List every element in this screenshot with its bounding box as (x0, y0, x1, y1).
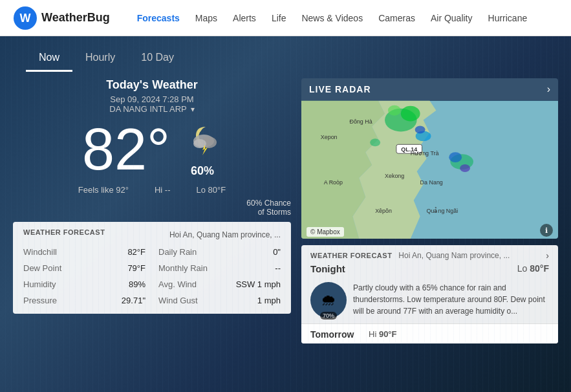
svg-text:Quảng Ngãi: Quảng Ngãi (427, 207, 458, 214)
weather-condition-icon (183, 122, 222, 164)
svg-point-24 (449, 152, 462, 162)
weather-details: Feels like 92° Hi -- Lo 80°F (13, 185, 291, 195)
logo-text: WeatherBug (41, 11, 110, 25)
radar-title: LIVE RADAR (309, 84, 371, 94)
forecast-item-windchill: Windchill 82°F (23, 245, 145, 259)
tonight-title-row: Tonight Lo 80°F (310, 263, 549, 274)
tonight-header-area: WEATHER FORECAST Hoi An, Quang Nam provi… (301, 245, 558, 274)
tonight-expand-arrow[interactable]: › (546, 250, 549, 261)
tomorrow-hi-temp: Hi 90°F (369, 329, 397, 339)
hero-section: Now Hourly 10 Day Today's Weather Sep 09… (0, 36, 571, 392)
forecast-item-wind-gust: Wind Gust 1 mph (158, 294, 281, 307)
nav-item-maps[interactable]: Maps (188, 12, 225, 24)
forecast-item-dew-point: Dew Point 79°F (23, 261, 145, 275)
forecast-panel: WEATHER FORECAST Hoi An, Quang Nam provi… (13, 222, 291, 314)
radar-header: LIVE RADAR › (301, 78, 558, 100)
tomorrow-label: Tomorrow (310, 329, 369, 340)
left-panel: Today's Weather Sep 09, 2024 7:28 PM DA … (13, 78, 291, 343)
chance-text: 60% (191, 164, 214, 178)
tonight-weather-icon: 🌧 70% (310, 282, 347, 318)
svg-text:Xekong: Xekong (385, 173, 404, 179)
forecast-item-humidity: Humidity 89% (23, 278, 145, 291)
svg-text:Xepon: Xepon (321, 134, 338, 140)
tonight-location: Hoi An, Quang Nam province, ... (398, 251, 510, 260)
svg-text:W: W (20, 12, 31, 25)
forecast-panel-location: Hoi An, Quang Nam province, ... (169, 230, 281, 239)
nav-item-hurricane[interactable]: Hurricane (480, 12, 535, 24)
nav-item-news-videos[interactable]: News & Videos (294, 12, 371, 24)
location-text: DA NANG INTL ARP (109, 104, 186, 114)
forecast-item-monthly-rain: Monthly Rain -- (158, 261, 281, 275)
mapbox-attribution: © Mapbox (307, 227, 344, 237)
nav-item-forecasts[interactable]: Forecasts (129, 12, 188, 24)
svg-point-21 (415, 126, 426, 134)
svg-point-18 (401, 106, 420, 122)
tonight-period: Tonight (310, 263, 345, 274)
svg-text:Hương Trà: Hương Trà (411, 150, 439, 157)
forecast-item-daily-rain: Daily Rain 0" (158, 245, 281, 259)
forecast-panel-title2: WEATHER FORECAST (310, 252, 392, 259)
today-weather-title: Today's Weather (13, 78, 291, 92)
tonight-lo-temp: Lo 80°F (517, 263, 549, 274)
location-row: DA NANG INTL ARP ▾ (13, 104, 291, 114)
tonight-precip-pct: 70% (320, 312, 337, 320)
tonight-forecast-box: WEATHER FORECAST Hoi An, Quang Nam provi… (301, 245, 558, 343)
temp-value: 82 (82, 117, 147, 182)
chance-storms-line2: of Storms (258, 208, 291, 217)
logo[interactable]: W WeatherBug (13, 6, 110, 30)
cloud-rain-icon: 🌧 (321, 291, 336, 309)
svg-point-22 (370, 138, 380, 146)
nav-item-life[interactable]: Life (264, 12, 294, 24)
content-area: Today's Weather Sep 09, 2024 7:28 PM DA … (0, 72, 571, 343)
navbar: W WeatherBug Forecasts Maps Alerts Life … (0, 0, 571, 36)
svg-text:Xêpôn: Xêpôn (375, 208, 392, 214)
feels-like: Feels like 92° (78, 185, 129, 195)
nav-item-air-quality[interactable]: Air Quality (423, 12, 480, 24)
radar-box[interactable]: LIVE RADAR › QL.14 Đôn (301, 78, 558, 239)
datetime: Sep 09, 2024 7:28 PM (13, 94, 291, 104)
tab-hourly[interactable]: Hourly (72, 47, 128, 72)
weather-icon-area: 60% (183, 122, 222, 178)
weatherbug-logo-icon: W (13, 6, 38, 30)
nav-item-alerts[interactable]: Alerts (225, 12, 264, 24)
forecast-panel-title: WEATHER FORECAST (23, 228, 105, 236)
tonight-description: Partly cloudy with a 65% chance for rain… (353, 282, 549, 317)
svg-text:Da Nang: Da Nang (420, 179, 443, 186)
chevron-down-icon[interactable]: ▾ (191, 105, 195, 114)
radar-map-svg: QL.14 Đông Hà Hương Trà Da Nang Xêpôn Xe… (301, 100, 558, 239)
forecast-item-pressure: Pressure 29.71" (23, 294, 145, 307)
svg-point-25 (460, 164, 470, 172)
degree-symbol: ° (147, 117, 170, 182)
radar-expand-arrow[interactable]: › (547, 83, 550, 95)
tomorrow-row[interactable]: Tomorrow Hi 90°F (301, 323, 558, 343)
hi-value: Hi -- (155, 185, 171, 195)
weather-main: 82° (13, 120, 291, 179)
svg-text:A Roòp: A Roòp (324, 179, 343, 186)
svg-text:Đông Hà: Đông Hà (349, 118, 372, 125)
temperature-display: 82° (82, 120, 170, 179)
chance-storms-line1: 60% Chance (246, 199, 291, 208)
forecast-grid: Windchill 82°F Daily Rain 0" Dew Point 7… (23, 245, 281, 307)
forecast-item-avg-wind: Avg. Wind SSW 1 mph (158, 278, 281, 291)
tab-10day[interactable]: 10 Day (128, 47, 187, 72)
tabs: Now Hourly 10 Day (0, 36, 571, 72)
tonight-content: 🌧 70% Partly cloudy with a 65% chance fo… (301, 278, 558, 323)
right-panel: LIVE RADAR › QL.14 Đôn (301, 78, 558, 343)
map-info-icon[interactable]: ℹ (540, 224, 553, 237)
tab-now[interactable]: Now (26, 47, 72, 72)
radar-map: QL.14 Đông Hà Hương Trà Da Nang Xêpôn Xe… (301, 100, 558, 239)
svg-point-19 (388, 105, 401, 116)
nav-links: Forecasts Maps Alerts Life News & Videos… (129, 12, 535, 24)
lo-value: Lo 80°F (197, 185, 226, 195)
nav-item-cameras[interactable]: Cameras (371, 12, 423, 24)
